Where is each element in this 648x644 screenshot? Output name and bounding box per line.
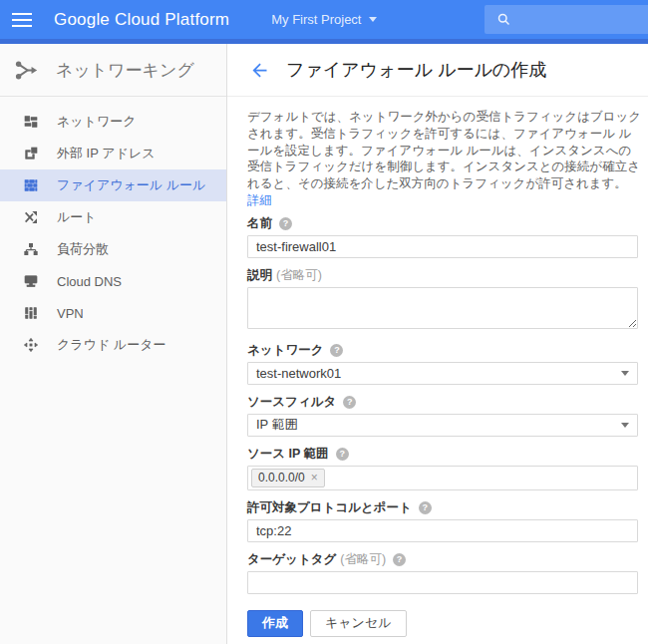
- network-select[interactable]: test-network01: [247, 362, 638, 385]
- networking-icon: [13, 57, 40, 84]
- search-input[interactable]: [519, 12, 629, 27]
- sidebar-item-label: ファイアウォール ルール: [57, 176, 205, 194]
- help-icon[interactable]: ?: [279, 217, 292, 230]
- target-tags-input[interactable]: [247, 571, 638, 594]
- network-label: ネットワーク: [247, 342, 323, 359]
- top-bar: Google Cloud Platform My First Project: [0, 0, 648, 39]
- field-source-filter: ソースフィルタ ? IP 範囲: [247, 395, 638, 437]
- create-button[interactable]: 作成: [247, 610, 303, 637]
- sidebar-item-label: ネットワーク: [57, 113, 137, 131]
- help-icon[interactable]: ?: [336, 448, 349, 461]
- form-body: デフォルトでは、ネットワーク外からの受信トラフィックはブロックされます。受信トラ…: [227, 97, 648, 644]
- page-description: デフォルトでは、ネットワーク外からの受信トラフィックはブロックされます。受信トラ…: [247, 109, 642, 209]
- search-box[interactable]: [485, 5, 648, 34]
- chip-remove-icon[interactable]: ×: [311, 471, 318, 484]
- firewall-icon: [22, 177, 39, 194]
- external-ip-icon: [22, 146, 39, 162]
- chevron-down-icon: [369, 17, 377, 22]
- sidebar-item-label: 外部 IP アドレス: [57, 145, 156, 162]
- networks-icon: [22, 114, 39, 131]
- sidebar-header: ネットワーキング: [0, 44, 226, 97]
- gcp-console: Google Cloud Platform My First Project ネ…: [0, 0, 648, 644]
- project-selector[interactable]: My First Project: [271, 12, 377, 27]
- help-icon[interactable]: ?: [343, 396, 356, 409]
- sidebar: ネットワーキング ネットワーク 外部 IP アドレス: [0, 44, 227, 644]
- vpn-icon: [22, 305, 39, 322]
- field-network: ネットワーク ? test-network01: [247, 343, 638, 385]
- optional-hint: (省略可): [276, 267, 322, 284]
- sidebar-item-label: ルート: [57, 208, 97, 226]
- help-icon[interactable]: ?: [419, 501, 432, 514]
- back-arrow-icon[interactable]: [247, 58, 271, 82]
- sidebar-item-label: 負荷分散: [57, 240, 109, 258]
- sidebar-item-label: クラウド ルーター: [57, 336, 165, 354]
- details-link[interactable]: 詳細: [247, 193, 272, 207]
- sidebar-nav: ネットワーク 外部 IP アドレス ファイアウォール ルール: [0, 97, 226, 361]
- sidebar-item-load-balancing[interactable]: 負荷分散: [0, 233, 226, 265]
- chevron-down-icon: [621, 423, 629, 428]
- target-tags-label: ターゲットタグ: [247, 551, 336, 568]
- cancel-button[interactable]: キャンセル: [310, 610, 407, 637]
- description-label: 説明: [247, 267, 272, 284]
- routes-icon: [22, 209, 39, 226]
- load-balancing-icon: [22, 241, 39, 258]
- optional-hint: (省略可): [340, 551, 386, 568]
- sidebar-item-vpn[interactable]: VPN: [0, 297, 226, 329]
- protocols-label: 許可対象プロトコルとポート: [247, 499, 412, 516]
- help-icon[interactable]: ?: [393, 553, 406, 566]
- cloud-router-icon: [22, 337, 39, 354]
- sidebar-item-external-ip[interactable]: 外部 IP アドレス: [0, 138, 226, 169]
- field-name: 名前 ?: [247, 216, 638, 258]
- sidebar-item-label: Cloud DNS: [57, 274, 122, 289]
- page-title: ファイアウォール ルールの作成: [286, 58, 546, 82]
- name-input[interactable]: [247, 235, 638, 258]
- main-panel: ファイアウォール ルールの作成 デフォルトでは、ネットワーク外からの受信トラフィ…: [227, 44, 648, 644]
- field-target-tags: ターゲットタグ (省略可) ?: [247, 552, 638, 594]
- source-ip-label: ソース IP 範囲: [247, 446, 329, 463]
- chip-value: 0.0.0.0/0: [258, 471, 305, 484]
- help-icon[interactable]: ?: [330, 344, 343, 357]
- brand-logo[interactable]: Google Cloud Platform: [54, 10, 229, 30]
- source-filter-label: ソースフィルタ: [247, 394, 336, 411]
- cloud-dns-icon: [22, 273, 39, 290]
- source-filter-select[interactable]: IP 範囲: [247, 414, 638, 437]
- field-protocols-ports: 許可対象プロトコルとポート ?: [247, 500, 638, 542]
- sidebar-item-networks[interactable]: ネットワーク: [0, 106, 226, 138]
- sidebar-title: ネットワーキング: [56, 59, 194, 82]
- name-label: 名前: [247, 215, 272, 232]
- chevron-down-icon: [621, 371, 629, 376]
- page-header: ファイアウォール ルールの作成: [227, 44, 648, 97]
- sidebar-item-firewall-rules[interactable]: ファイアウォール ルール: [0, 169, 226, 201]
- sidebar-item-cloud-dns[interactable]: Cloud DNS: [0, 265, 226, 297]
- sidebar-item-label: VPN: [57, 306, 84, 321]
- search-icon: [496, 12, 511, 27]
- hamburger-menu-icon[interactable]: [0, 0, 44, 39]
- sidebar-item-routes[interactable]: ルート: [0, 201, 226, 233]
- ip-range-chip: 0.0.0.0/0 ×: [251, 469, 325, 487]
- network-select-value: test-network01: [256, 366, 341, 381]
- project-name: My First Project: [271, 12, 361, 27]
- sidebar-item-cloud-router[interactable]: クラウド ルーター: [0, 329, 226, 361]
- button-row: 作成 キャンセル: [247, 610, 638, 637]
- source-filter-value: IP 範囲: [256, 416, 298, 434]
- description-textarea[interactable]: [247, 287, 638, 329]
- protocols-input[interactable]: [247, 519, 638, 542]
- field-source-ip-range: ソース IP 範囲 ? 0.0.0.0/0 ×: [247, 447, 638, 490]
- source-ip-input[interactable]: 0.0.0.0/0 ×: [247, 466, 638, 490]
- field-description: 説明 (省略可): [247, 268, 638, 333]
